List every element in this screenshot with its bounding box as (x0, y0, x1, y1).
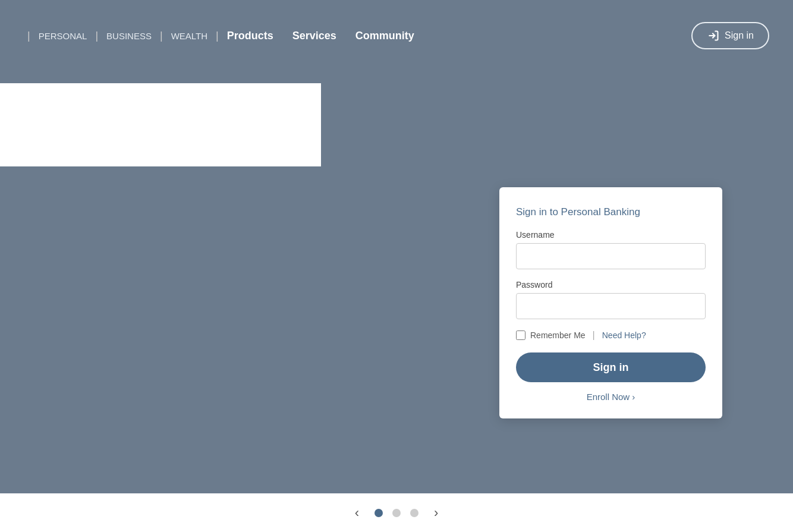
remember-row: Remember Me | Need Help? (516, 330, 706, 341)
separator-1: | (27, 30, 30, 42)
sign-in-icon (707, 29, 720, 42)
carousel-prev-button[interactable]: ‹ (349, 503, 365, 523)
nav-products[interactable]: Products (222, 27, 278, 45)
main-content: Sign in to Personal Banking Username Pas… (0, 71, 793, 532)
enroll-now-link[interactable]: Enroll Now › (516, 392, 706, 402)
signin-submit-button[interactable]: Sign in (516, 352, 706, 382)
carousel-navigation: ‹ › (0, 493, 793, 532)
login-card: Sign in to Personal Banking Username Pas… (499, 187, 722, 418)
username-label: Username (516, 230, 706, 240)
need-help-link[interactable]: Need Help? (602, 330, 646, 340)
nav-wealth[interactable]: WEALTH (166, 29, 212, 43)
carousel-next-button[interactable]: › (428, 503, 444, 523)
remember-me-checkbox[interactable] (516, 330, 525, 340)
username-input[interactable] (516, 243, 706, 269)
nav-business[interactable]: BUSINESS (102, 29, 156, 43)
carousel-dot-3[interactable] (410, 509, 418, 517)
separator-2: | (95, 30, 98, 42)
left-panel (0, 175, 431, 514)
separator-4: | (216, 30, 219, 42)
password-label: Password (516, 280, 706, 289)
nav-services[interactable]: Services (288, 27, 341, 45)
hero-image-placeholder (0, 83, 321, 166)
carousel-dot-2[interactable] (392, 509, 401, 517)
options-separator: | (593, 330, 595, 341)
login-title: Sign in to Personal Banking (516, 206, 706, 218)
sign-in-button[interactable]: Sign in (691, 22, 769, 49)
nav-community[interactable]: Community (351, 27, 419, 45)
carousel-dot-1[interactable] (375, 509, 383, 517)
remember-me-label: Remember Me (530, 330, 586, 340)
password-input[interactable] (516, 293, 706, 319)
header: | PERSONAL | BUSINESS | WEALTH | Product… (0, 0, 793, 71)
sign-in-label: Sign in (725, 30, 754, 41)
main-nav: | PERSONAL | BUSINESS | WEALTH | Product… (24, 27, 419, 45)
separator-3: | (160, 30, 163, 42)
nav-personal[interactable]: PERSONAL (34, 29, 92, 43)
